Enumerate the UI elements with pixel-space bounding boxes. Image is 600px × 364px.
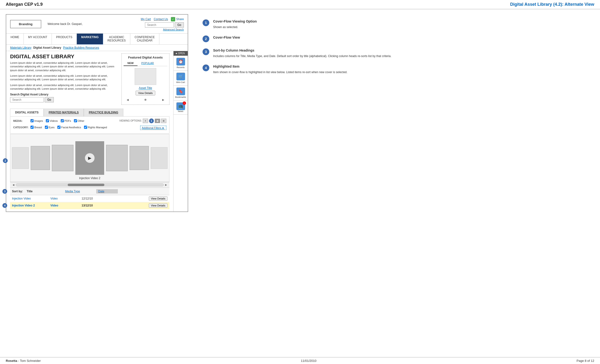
featured-tab-popular[interactable]: POPULAR: [138, 61, 158, 66]
list-view-icon[interactable]: ≡: [143, 119, 148, 123]
cf-item-left: [52, 145, 74, 171]
list-item-0-view-btn[interactable]: View Details: [149, 196, 168, 201]
nav-home[interactable]: HOME: [6, 34, 24, 44]
annotation-number-2: 2: [203, 36, 209, 42]
category-filter-row: CATEGORY: Breast Eyes Facial Aesthetics …: [13, 125, 166, 130]
search-dal-input[interactable]: [10, 97, 44, 102]
cf-item-right: [106, 145, 128, 171]
wf-tab-content: MEDIA: Images Videos PDFs Other VIEWING …: [10, 116, 169, 134]
featured-scroll-indicator: [144, 99, 146, 101]
sidebar-item-news[interactable]: 📺 1 News: [174, 100, 188, 115]
ann-body-4: Item shown in cover-flow is highlighted …: [213, 70, 347, 74]
wf-topbar: Branding Welcome back Dr. Gaspari, My Ca…: [6, 15, 188, 34]
wf-logo: Branding: [10, 20, 41, 28]
tab-digital-assets[interactable]: DIGITAL ASSETS: [10, 109, 44, 116]
sidebar-open-btn[interactable]: ◄ OPEN: [174, 51, 188, 56]
additional-filters-link[interactable]: Additional Filters ►: [140, 126, 166, 130]
category-label: CATEGORY:: [13, 126, 28, 129]
list-item-0-title[interactable]: Injection Video: [12, 197, 50, 200]
callout-4: 4: [2, 203, 7, 208]
filter-rights[interactable]: Rights Managed: [84, 126, 107, 129]
featured-prev-arrow[interactable]: ◄: [126, 98, 129, 102]
featured-title: Featured Digital Assets: [124, 56, 167, 59]
asset-title[interactable]: Asset Title: [139, 86, 152, 90]
filter-pdfs[interactable]: PDFs: [61, 119, 71, 122]
featured-nav-arrows: ◄ ►: [124, 97, 167, 103]
ann-title-4: Highlighted Item: [213, 64, 347, 69]
cf-item-left2: [31, 146, 50, 170]
nav-marketing[interactable]: MARKETING: [77, 34, 103, 44]
sort-col-title: Title: [27, 190, 65, 193]
header-search-btn[interactable]: Go: [175, 22, 184, 27]
wf-left-content: DIGITAL ASSET LIBRARY Lorem ipsum dolor …: [10, 54, 118, 107]
asset-image-box: [135, 68, 156, 85]
list-item-1-view-btn[interactable]: View Details: [149, 203, 168, 208]
filter-videos[interactable]: Videos: [46, 119, 58, 122]
nav-my-account[interactable]: MY ACCOUNT: [24, 34, 52, 44]
sidebar-item-recents[interactable]: ⏰ Recents: [174, 56, 188, 71]
tab-practice-building[interactable]: PRACTICE BUILDING: [84, 109, 123, 116]
coverflow-view-icon[interactable]: ▦: [155, 119, 160, 123]
grid-view-icon[interactable]: ⊞: [161, 119, 166, 123]
viewing-options: VIEWING OPTIONS: ≡ 1 ▦ ⊞: [119, 118, 166, 123]
sidebar-label-bookmarks: Bookmarks: [175, 96, 186, 98]
featured-next-arrow[interactable]: ►: [161, 98, 165, 102]
sidebar-label-mini-cart: Mini-Cart: [176, 81, 185, 83]
lorem-text-1: Lorem ipsum dolor sit amet, consectetur …: [10, 61, 118, 72]
cf-item-far-right: [151, 147, 168, 169]
nav-conference-calendar[interactable]: CONFERENCECALENDAR: [130, 34, 159, 44]
filter-eyes[interactable]: Eyes: [45, 126, 55, 129]
annotation-text-2: Cover-Flow View: [213, 35, 240, 41]
tab-printed-materials[interactable]: PRINTED MATERIALS: [44, 109, 84, 116]
sidebar-item-mini-cart[interactable]: 🛒 Mini-Cart: [174, 71, 188, 86]
my-cart-link[interactable]: My Cart: [141, 18, 151, 21]
callout-2: 2: [3, 158, 8, 163]
list-row-1: 4 Injection Video 2 Video 13/12/10 View …: [10, 202, 169, 209]
scrollbar-thumb[interactable]: [68, 184, 105, 186]
header-search-input[interactable]: [145, 22, 174, 27]
featured-tabs: NEW POPULAR: [124, 61, 167, 66]
callout-1: 1: [149, 118, 154, 123]
mini-cart-icon: 🛒: [176, 73, 185, 80]
advanced-search-link[interactable]: Advanced Search: [163, 28, 184, 31]
footer-page: Page 8 of 12: [576, 359, 594, 363]
share-icon: ✓: [171, 17, 175, 21]
list-item-1-media: Video: [50, 204, 82, 207]
filter-breast[interactable]: Breast: [30, 126, 42, 129]
filter-facial[interactable]: Facial Aesthetics: [57, 126, 81, 129]
annotation-number-1: 1: [203, 19, 209, 26]
asset-view-details-btn[interactable]: View Details: [136, 91, 155, 95]
share-btn[interactable]: ✓ Share: [171, 17, 184, 21]
annotation-panel: 1 Cover-Flow Viewing Option Shown as sel…: [198, 14, 594, 212]
breadcrumb-materials-library[interactable]: Materials Library: [10, 46, 31, 49]
list-row-0: Injection Video Video 12/12/10 View Deta…: [10, 195, 169, 202]
annotation-text-1: Cover-Flow Viewing Option Shown as selec…: [213, 19, 257, 29]
cf-play-button[interactable]: ▶: [85, 153, 94, 163]
search-dal-btn[interactable]: Go: [45, 97, 54, 102]
footer-date: 11/01/2010: [301, 359, 316, 363]
annotation-number-3: 3: [203, 48, 209, 55]
sort-col-date[interactable]: Date: [96, 189, 118, 193]
news-badge: 1: [183, 101, 186, 105]
coverflow-items: ▶: [12, 141, 168, 175]
ann-title-1: Cover-Flow Viewing Option: [213, 19, 257, 24]
wf-scrollbar-row: ◄ ►: [10, 182, 169, 188]
filter-images[interactable]: Images: [30, 119, 43, 122]
breadcrumb-practice-building[interactable]: Practice Building Resources: [63, 46, 99, 49]
scrollbar-track[interactable]: [16, 183, 164, 186]
nav-academic-resources[interactable]: ACADEMICRESOURCES: [103, 34, 130, 44]
scroll-right-arrow[interactable]: ►: [165, 183, 168, 187]
nav-products[interactable]: PRODUCTS: [52, 34, 77, 44]
cf-item-center[interactable]: ▶: [75, 141, 104, 175]
sort-by-label: Sort by:: [12, 190, 23, 193]
footer-author: Tom Schneider: [20, 359, 41, 363]
list-item-1-title[interactable]: Injection Video 2: [12, 204, 50, 207]
featured-tab-new[interactable]: NEW: [124, 61, 138, 66]
contact-us-link[interactable]: Contact Us: [154, 18, 168, 21]
scroll-left-arrow[interactable]: ◄: [12, 183, 15, 187]
wf-main-area: DIGITAL ASSET LIBRARY Lorem ipsum dolor …: [6, 51, 173, 211]
sort-col-media[interactable]: Media Type: [65, 190, 96, 193]
sidebar-item-bookmarks[interactable]: 🔖 Bookmarks: [174, 86, 188, 100]
filter-other[interactable]: Other: [74, 119, 84, 122]
breadcrumb-digital-asset-library: Digital Asset Library: [33, 46, 61, 49]
